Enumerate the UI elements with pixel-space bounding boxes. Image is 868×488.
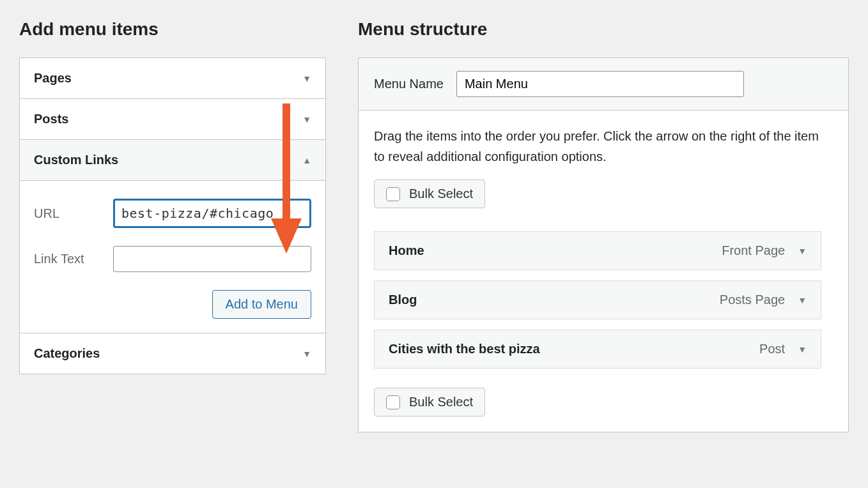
- link-text-input[interactable]: [113, 246, 311, 272]
- menu-items-list: Home Front Page ▼ Blog Posts Page ▼: [374, 231, 833, 369]
- url-label: URL: [34, 206, 113, 221]
- caret-down-icon: ▼: [302, 73, 311, 84]
- menu-item-type: Posts Page: [720, 293, 785, 307]
- menu-item-type: Post: [759, 342, 785, 356]
- accordion-label: Categories: [34, 346, 100, 361]
- menu-structure-column: Menu structure Menu Name Drag the items …: [358, 19, 849, 432]
- caret-down-icon: ▼: [302, 114, 311, 125]
- menu-sources-accordion: Pages ▼ Posts ▼ Custom Links ▲ URL: [19, 57, 326, 374]
- menu-name-row: Menu Name: [359, 58, 848, 111]
- menu-item-type: Front Page: [722, 243, 785, 258]
- menu-item-label: Home: [389, 243, 424, 258]
- instructions-text: Drag the items into the order you prefer…: [374, 126, 833, 167]
- menu-item[interactable]: Cities with the best pizza Post ▼: [374, 330, 821, 369]
- accordion-custom-links[interactable]: Custom Links ▲: [20, 140, 325, 180]
- accordion-pages[interactable]: Pages ▼: [20, 58, 325, 98]
- caret-down-icon: ▼: [798, 344, 807, 355]
- menu-structure-heading: Menu structure: [358, 19, 849, 40]
- checkbox-icon: [386, 395, 400, 409]
- menu-structure-panel: Menu Name Drag the items into the order …: [358, 57, 849, 432]
- menu-item-label: Blog: [389, 293, 417, 307]
- link-text-label: Link Text: [34, 252, 113, 266]
- add-menu-items-column: Add menu items Pages ▼ Posts ▼ Custom Li…: [19, 19, 326, 432]
- accordion-label: Posts: [34, 112, 68, 126]
- bulk-select-label: Bulk Select: [409, 187, 473, 201]
- bulk-select-button-top[interactable]: Bulk Select: [374, 179, 485, 208]
- bulk-select-button-bottom[interactable]: Bulk Select: [374, 388, 485, 416]
- url-input[interactable]: [113, 199, 311, 228]
- menu-item[interactable]: Home Front Page ▼: [374, 231, 821, 270]
- caret-down-icon: ▼: [798, 246, 807, 256]
- accordion-posts[interactable]: Posts ▼: [20, 99, 325, 139]
- custom-links-panel: URL Link Text Add to Menu: [20, 180, 325, 333]
- menu-name-input[interactable]: [456, 71, 744, 97]
- caret-down-icon: ▼: [798, 295, 807, 305]
- menu-name-label: Menu Name: [374, 77, 444, 91]
- caret-down-icon: ▼: [302, 349, 311, 359]
- add-to-menu-button[interactable]: Add to Menu: [212, 290, 311, 319]
- bulk-select-label: Bulk Select: [409, 395, 473, 409]
- accordion-label: Custom Links: [34, 153, 118, 167]
- add-menu-items-heading: Add menu items: [19, 19, 326, 40]
- menu-item[interactable]: Blog Posts Page ▼: [374, 280, 821, 319]
- accordion-categories[interactable]: Categories ▼: [20, 333, 325, 374]
- accordion-label: Pages: [34, 71, 72, 86]
- menu-item-label: Cities with the best pizza: [389, 342, 540, 356]
- caret-up-icon: ▲: [302, 155, 311, 165]
- checkbox-icon: [386, 187, 400, 201]
